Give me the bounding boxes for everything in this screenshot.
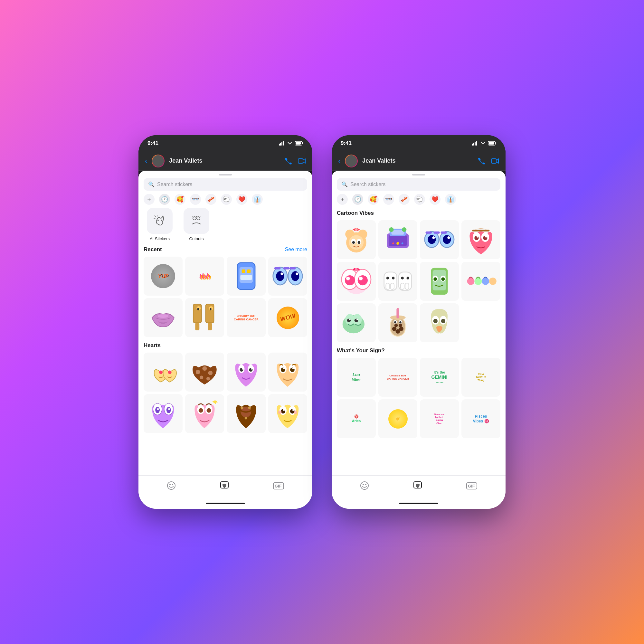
gif-tab-left[interactable]: GIF [273, 482, 284, 492]
cutouts-item[interactable]: Cutouts [180, 208, 213, 241]
tab-shirt-left[interactable]: 👔 [252, 194, 263, 205]
sticker-heart-eyes-1[interactable] [144, 353, 183, 392]
emoji-tab-right[interactable] [360, 481, 369, 492]
sticker-gemini[interactable]: It's theGEMINIfor me [420, 358, 459, 397]
sticker-legs[interactable] [185, 298, 224, 337]
sticker-alien-heart[interactable] [144, 394, 183, 433]
tab-eyes-right[interactable]: 👓 [383, 194, 394, 205]
cutouts-label: Cutouts [189, 236, 204, 241]
svg-point-147 [401, 277, 404, 279]
sticker-aries[interactable]: ♈Aries [337, 399, 376, 438]
tab-animal-right[interactable]: 🐑 [414, 194, 425, 205]
svg-rect-6 [296, 142, 301, 145]
sticker-tbh[interactable]: tbh [185, 257, 224, 296]
svg-text:GIF: GIF [275, 484, 282, 488]
search-bar-left[interactable]: 🔍 Search stickers [144, 178, 307, 191]
sheet-handle-right [412, 174, 425, 175]
sticker-pretzel-heart[interactable] [227, 394, 266, 433]
video-icon-left[interactable] [298, 158, 306, 164]
ai-stickers-item[interactable]: AI Stickers [144, 208, 176, 241]
svg-point-44 [200, 376, 203, 379]
svg-rect-92 [491, 159, 496, 163]
tab-hearts-right[interactable]: 🥰 [368, 194, 379, 205]
sticker-gaming-croc[interactable] [378, 220, 417, 259]
call-icon-left[interactable] [285, 157, 292, 165]
tab-heart2-left[interactable]: ❤️ [236, 194, 247, 205]
svg-point-42 [203, 366, 207, 371]
sticker-libra[interactable]: ☀️ [378, 399, 417, 438]
svg-point-8 [157, 220, 159, 221]
sticker-ghost-heart[interactable] [420, 303, 459, 342]
tab-food-left[interactable]: 🥓 [205, 194, 216, 205]
svg-point-30 [158, 314, 168, 318]
see-more-left[interactable]: See more [285, 247, 307, 252]
svg-point-134 [355, 268, 358, 271]
sticker-crabby[interactable]: CRABBY BUT CARING CANCER [227, 298, 266, 337]
tab-animal-left[interactable]: 🐑 [221, 194, 232, 205]
sticker-friendship-chain[interactable] [461, 262, 500, 301]
sticker-birth[interactable]: Name meby theirBIRTHChart [420, 399, 459, 438]
sticker-eyes[interactable] [268, 257, 307, 296]
nav-title-left: Jean Vallets [169, 157, 280, 164]
nav-title-right: Jean Vallets [362, 157, 473, 164]
svg-point-130 [345, 275, 355, 285]
svg-point-26 [296, 272, 298, 275]
sticker-phone-guy[interactable] [420, 262, 459, 301]
cutouts-icon-box [184, 208, 209, 234]
sticker-portal[interactable] [227, 257, 266, 296]
gif-tab-right[interactable]: GIF [466, 482, 477, 492]
svg-point-25 [280, 272, 283, 275]
sticker-wow[interactable]: WOW [268, 298, 307, 337]
sticker-lips[interactable] [144, 298, 183, 337]
tab-recent-right[interactable]: 🕐 [352, 194, 363, 205]
svg-point-40 [168, 371, 172, 374]
svg-point-79 [167, 482, 175, 489]
sticker-tab-left[interactable] [220, 481, 229, 492]
svg-point-125 [485, 236, 487, 237]
sticker-tab-right[interactable] [413, 481, 422, 492]
tab-heart2-right[interactable]: ❤️ [430, 194, 440, 205]
svg-point-61 [166, 407, 171, 413]
nav-bar-right: ‹ Jean Vallets [332, 151, 506, 171]
sticker-heart-glam[interactable] [268, 353, 307, 392]
svg-point-113 [428, 235, 436, 244]
sticker-heart-cookie[interactable] [185, 353, 224, 392]
tab-shirt-right[interactable]: 👔 [445, 194, 456, 205]
cutouts-icon [191, 215, 202, 227]
svg-rect-27 [274, 267, 280, 270]
sticker-heart-face[interactable] [227, 353, 266, 392]
svg-rect-91 [489, 142, 494, 145]
tab-food-right[interactable]: 🥓 [399, 194, 410, 205]
video-icon-right[interactable] [491, 158, 499, 164]
svg-point-24 [291, 271, 299, 281]
sticker-leo[interactable]: LeoVibes [337, 358, 376, 397]
sticker-cool-eyes[interactable] [420, 220, 459, 259]
sticker-pisces[interactable]: PiscesVibes ♓ [461, 399, 500, 438]
sticker-heart-cowgirl[interactable] [461, 220, 500, 259]
tab-hearts-left[interactable]: 🥰 [175, 194, 185, 205]
sticker-yup[interactable]: YUP [144, 257, 183, 296]
sticker-boba[interactable] [378, 303, 417, 342]
search-bar-right[interactable]: 🔍 Search stickers [337, 178, 500, 191]
sticker-heart-cute[interactable] [268, 394, 307, 433]
sticker-strawberry-bear[interactable] [337, 220, 376, 259]
svg-point-188 [365, 484, 366, 485]
sticker-big-eyes[interactable] [337, 262, 376, 301]
emoji-tab-left[interactable] [167, 481, 176, 492]
back-button-right[interactable]: ‹ [338, 157, 340, 165]
sticker-tooth-friends[interactable] [378, 262, 417, 301]
sticker-cloud-duo[interactable] [337, 303, 376, 342]
back-button-left[interactable]: ‹ [145, 157, 147, 165]
tab-recent-left[interactable]: 🕐 [159, 194, 170, 205]
svg-rect-32 [195, 323, 199, 330]
tab-add-left[interactable]: + [144, 194, 155, 205]
tab-add-right[interactable]: + [337, 194, 348, 205]
avatar-image-left [152, 155, 164, 167]
svg-point-75 [283, 409, 285, 411]
sticker-taurus[interactable]: It's aTAURUSThing [461, 358, 500, 397]
sticker-heart-fairy[interactable] [185, 394, 224, 433]
sticker-cancer[interactable]: CRABBY BUTCARING CANCER [378, 358, 417, 397]
tab-eyes-left[interactable]: 👓 [190, 194, 201, 205]
call-icon-right[interactable] [478, 157, 485, 165]
svg-rect-90 [496, 142, 497, 144]
